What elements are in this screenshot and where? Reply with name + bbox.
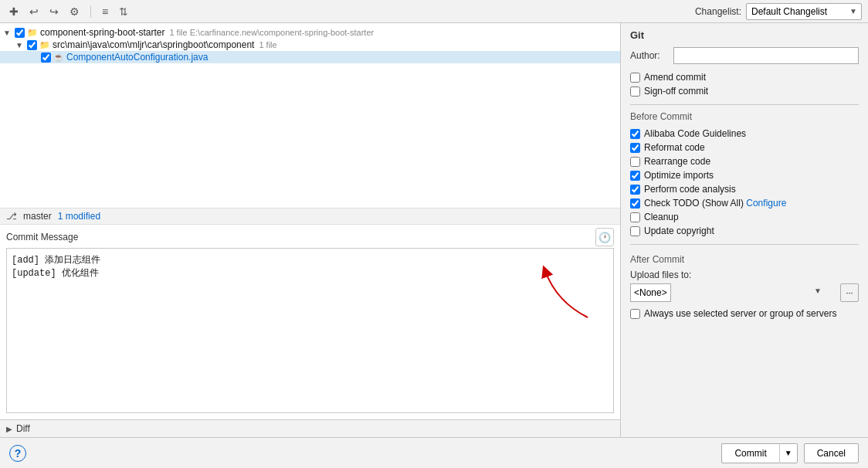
checkbox-row-always: Always use selected server or group of s…	[630, 307, 859, 320]
author-row: Author:	[630, 47, 859, 64]
configure-link[interactable]: Configure	[746, 198, 786, 209]
cancel-button[interactable]: Cancel	[804, 443, 859, 463]
commit-message-section: Commit Message 🕐 [add] 添加日志组件 [update] 优…	[0, 225, 620, 419]
main-container: ▼ 📁 component-spring-boot-starter 1 file…	[0, 23, 868, 437]
sort-btn[interactable]: ≡	[99, 4, 111, 19]
checkbox-row-signoff: Sign-off commit	[630, 84, 859, 98]
status-bar: ⎇ master 1 modified	[0, 209, 620, 225]
commit-btn-wrap: Commit ▼	[721, 443, 797, 463]
file-tree: ▼ 📁 component-spring-boot-starter 1 file…	[0, 23, 620, 209]
label-checktodo: Check TODO (Show All) Configure	[644, 198, 786, 209]
label-amend: Amend commit	[644, 72, 706, 83]
commit-msg-label: Commit Message	[6, 232, 78, 242]
checkbox-row-checktodo: Check TODO (Show All) Configure	[630, 196, 859, 210]
upload-select[interactable]: <None>	[630, 283, 671, 302]
checkbox-row-rearrange: Rearrange code	[630, 154, 859, 168]
group-btn[interactable]: ⇅	[116, 4, 131, 19]
upload-select-wrap: <None> ▼	[630, 283, 837, 302]
checkbox-row-reformat: Reformat code	[630, 141, 859, 154]
label-cleanup: Cleanup	[644, 212, 679, 222]
checkbox-amend[interactable]	[630, 73, 640, 83]
checkbox-file[interactable]	[41, 53, 51, 63]
folder-icon-src: 📁	[39, 40, 50, 50]
label-always-use: Always use selected server or group of s…	[644, 308, 836, 319]
checkbox-reformat[interactable]	[630, 143, 640, 153]
label-alibaba: Alibaba Code Guidelines	[644, 128, 746, 139]
undo-btn[interactable]: ↩	[26, 4, 42, 19]
after-commit-heading: After Commit	[630, 254, 859, 265]
history-btn[interactable]: 🕐	[595, 228, 614, 246]
config-btn[interactable]: ⚙	[66, 4, 83, 19]
bottom-buttons: Commit ▼ Cancel	[721, 443, 859, 463]
tree-label-file: ComponentAutoConfiguration.java	[66, 52, 208, 63]
changelist-select[interactable]: Default Changelist	[746, 3, 862, 20]
divider-before-commit	[630, 104, 859, 105]
tree-meta-root: 1 file E:\carfinance.new\component-sprin…	[169, 28, 374, 37]
diff-arrow-icon: ▶	[6, 425, 12, 433]
checkbox-cleanup[interactable]	[630, 212, 640, 222]
commit-msg-header: Commit Message 🕐	[0, 225, 620, 248]
commit-textarea[interactable]: [add] 添加日志组件 [update] 优化组件	[6, 248, 614, 413]
label-reformat: Reformat code	[644, 142, 705, 153]
checkbox-always-use[interactable]	[630, 309, 640, 319]
git-title: Git	[630, 29, 859, 41]
checkbox-src[interactable]	[27, 40, 37, 50]
tree-arrow-src: ▼	[15, 41, 25, 49]
tree-item-src[interactable]: ▼ 📁 src\main\java\com\mljr\car\springboo…	[0, 39, 620, 51]
tree-label-src: src\main\java\com\mljr\car\springboot\co…	[53, 39, 254, 50]
after-commit-section: After Commit Upload files to: <None> ▼ ·…	[630, 254, 859, 320]
label-rearrange: Rearrange code	[644, 156, 710, 167]
checkbox-row-perform: Perform code analysis	[630, 182, 859, 196]
tree-item-file[interactable]: ☕ ComponentAutoConfiguration.java	[0, 51, 620, 63]
tree-label-root: component-spring-boot-starter	[40, 27, 164, 38]
checkbox-copyright[interactable]	[630, 226, 640, 236]
author-label: Author:	[630, 50, 669, 61]
checktodo-text: Check TODO (Show All)	[644, 198, 744, 209]
commit-dropdown-button[interactable]: ▼	[779, 443, 798, 463]
upload-label: Upload files to:	[630, 270, 859, 280]
redo-btn[interactable]: ↪	[46, 4, 62, 19]
checkbox-signoff[interactable]	[630, 86, 640, 97]
label-perform: Perform code analysis	[644, 184, 736, 195]
add-btn[interactable]: ✚	[6, 4, 22, 19]
checkbox-checktodo[interactable]	[630, 198, 640, 209]
diff-section[interactable]: ▶ Diff	[0, 419, 620, 437]
upload-select-arrow-icon: ▼	[814, 287, 822, 295]
toolbar-separator	[90, 5, 91, 18]
commit-button[interactable]: Commit	[721, 443, 778, 463]
before-commit-heading: Before Commit	[630, 111, 859, 122]
folder-icon-root: 📁	[27, 28, 38, 38]
tree-item-root[interactable]: ▼ 📁 component-spring-boot-starter 1 file…	[0, 26, 620, 39]
checkbox-root[interactable]	[15, 28, 25, 38]
checkbox-optimize[interactable]	[630, 171, 640, 181]
checkbox-row-cleanup: Cleanup	[630, 210, 859, 224]
left-panel: ▼ 📁 component-spring-boot-starter 1 file…	[0, 23, 621, 437]
java-icon-file: ☕	[53, 53, 64, 63]
checkbox-rearrange[interactable]	[630, 157, 640, 167]
checkbox-row-alibaba: Alibaba Code Guidelines	[630, 127, 859, 141]
toolbar: ✚ ↩ ↪ ⚙ ≡ ⇅ Changelist: Default Changeli…	[0, 0, 868, 23]
label-signoff: Sign-off commit	[644, 86, 708, 97]
checkbox-row-optimize: Optimize imports	[630, 168, 859, 182]
help-button[interactable]: ?	[9, 445, 26, 462]
upload-row: <None> ▼ ···	[630, 283, 859, 302]
changelist-label: Changelist:	[695, 6, 741, 17]
tree-meta-src: 1 file	[259, 40, 276, 49]
upload-dots-btn[interactable]: ···	[840, 283, 859, 302]
modified-badge[interactable]: 1 modified	[58, 211, 100, 222]
checkbox-alibaba[interactable]	[630, 129, 640, 139]
label-optimize: Optimize imports	[644, 170, 714, 181]
author-input[interactable]	[673, 47, 859, 64]
right-panel: Git Author: Amend commit Sign-off commit…	[621, 23, 868, 437]
branch-icon: ⎇	[6, 211, 17, 222]
bottom-bar: ? Commit ▼ Cancel	[0, 437, 868, 468]
commit-textarea-wrap: [add] 添加日志组件 [update] 优化组件	[0, 248, 620, 419]
checkbox-row-copyright: Update copyright	[630, 224, 859, 238]
changelist-dropdown-wrap: Default Changelist ▼	[746, 3, 862, 20]
checkbox-perform[interactable]	[630, 185, 640, 195]
label-copyright: Update copyright	[644, 226, 714, 236]
diff-label: Diff	[16, 423, 30, 434]
checkbox-row-amend: Amend commit	[630, 70, 859, 84]
branch-name: master	[23, 211, 52, 222]
tree-arrow-root: ▼	[3, 29, 12, 37]
